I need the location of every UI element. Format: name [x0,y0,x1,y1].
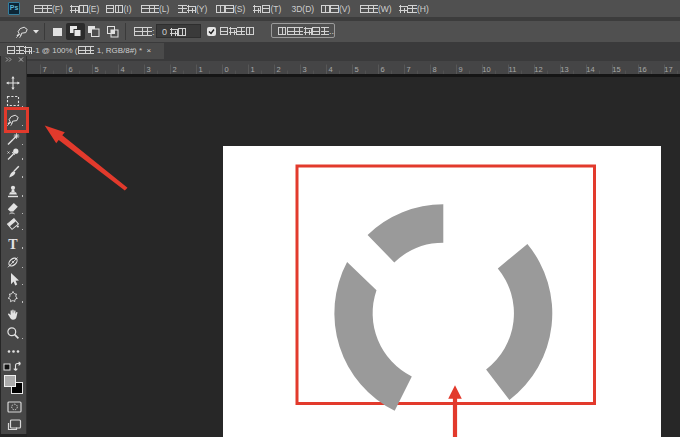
svg-text:T: T [8,236,18,250]
